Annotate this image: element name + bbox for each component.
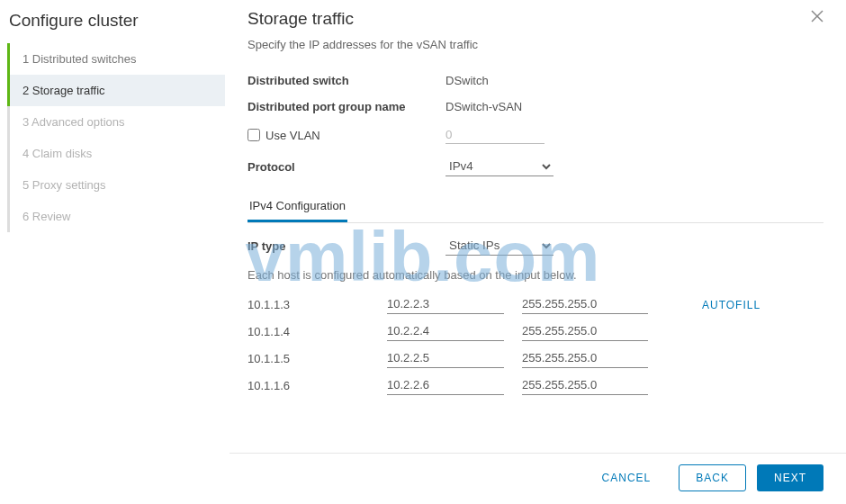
wizard-sidebar: Configure cluster 1 Distributed switches… <box>0 0 230 504</box>
host-row: 10.1.1.6 <box>248 372 824 399</box>
host-ip-input[interactable] <box>387 321 504 341</box>
protocol-label: Protocol <box>248 160 446 174</box>
host-row: 10.1.1.3AUTOFILL <box>248 291 824 318</box>
dswitch-value: DSwitch <box>446 74 824 87</box>
host-mask-input[interactable] <box>522 348 648 368</box>
portgroup-value: DSwitch-vSAN <box>446 100 824 113</box>
tab-ipv4-config[interactable]: IPv4 Configuration <box>248 192 347 222</box>
page-subtitle: Specify the IP addresses for the vSAN tr… <box>248 38 824 51</box>
use-vlan-label: Use VLAN <box>266 129 320 142</box>
host-table: 10.1.1.3AUTOFILL10.1.1.410.1.1.510.1.1.6 <box>248 291 824 399</box>
step-advanced-options: 3 Advanced options <box>10 106 225 138</box>
cancel-button[interactable]: CANCEL <box>585 464 669 491</box>
wizard-footer: CANCEL BACK NEXT <box>230 453 846 504</box>
host-addr: 10.1.1.4 <box>248 325 387 338</box>
host-row: 10.1.1.4 <box>248 318 824 345</box>
host-ip-input[interactable] <box>387 294 504 314</box>
step-distributed-switches[interactable]: 1 Distributed switches <box>10 43 225 75</box>
host-ip-input[interactable] <box>387 348 504 368</box>
host-ip-input[interactable] <box>387 375 504 395</box>
host-addr: 10.1.1.3 <box>248 298 387 311</box>
next-button[interactable]: NEXT <box>757 464 824 491</box>
step-storage-traffic: 2 Storage traffic <box>10 75 225 106</box>
iptype-select[interactable]: Static IPsDHCP <box>446 236 554 256</box>
step-claim-disks: 4 Claim disks <box>10 138 225 169</box>
host-mask-input[interactable] <box>522 294 648 314</box>
use-vlan-checkbox[interactable] <box>248 129 260 141</box>
page-title: Storage traffic <box>248 9 824 29</box>
host-mask-input[interactable] <box>522 321 648 341</box>
close-icon[interactable] <box>810 9 828 27</box>
protocol-select[interactable]: IPv4IPv6 <box>446 157 554 176</box>
host-row: 10.1.1.5 <box>248 345 824 372</box>
step-review: 6 Review <box>10 201 225 232</box>
wizard-steps: 1 Distributed switches2 Storage traffic3… <box>7 43 225 232</box>
host-mask-input[interactable] <box>522 375 648 395</box>
iptype-label: IP type <box>248 239 446 253</box>
config-note: Each host is configured automatically ba… <box>248 261 824 291</box>
wizard-main: Storage traffic Specify the IP addresses… <box>230 0 846 504</box>
vlan-input[interactable] <box>446 126 544 144</box>
back-button[interactable]: BACK <box>679 464 746 491</box>
autofill-button[interactable]: AUTOFILL <box>675 299 760 311</box>
portgroup-label: Distributed port group name <box>248 100 446 113</box>
wizard-title: Configure cluster <box>7 9 225 43</box>
host-addr: 10.1.1.5 <box>248 352 387 365</box>
host-addr: 10.1.1.6 <box>248 379 387 392</box>
step-proxy-settings: 5 Proxy settings <box>10 169 225 201</box>
dswitch-label: Distributed switch <box>248 74 446 87</box>
